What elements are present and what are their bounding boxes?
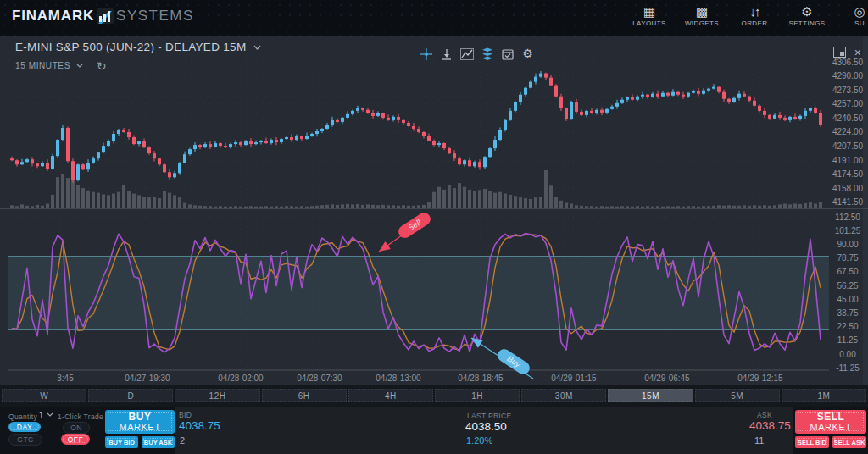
nav-su[interactable]: ◎SU [839, 4, 868, 27]
timeframe-button-5m[interactable]: 5M [695, 389, 780, 402]
nav-label: LAYOUTS [629, 19, 670, 27]
volume-bar [305, 207, 309, 208]
candle-body [397, 117, 400, 120]
volume-bar [478, 190, 481, 208]
calendar-icon[interactable] [500, 47, 515, 61]
candle-body [142, 141, 146, 147]
sell-ask-button[interactable]: SELL ASK [832, 436, 866, 448]
volume-bar [356, 204, 359, 208]
timeframe-button-6h[interactable]: 6H [262, 389, 347, 402]
candle-body [732, 98, 736, 102]
chevron-down-icon[interactable] [253, 45, 261, 50]
crosshair-icon[interactable] [419, 47, 433, 61]
candle-body [234, 142, 237, 144]
order-icon: ↓↑ [734, 4, 775, 19]
oscillator-axis-label: 112.50 [835, 213, 860, 222]
interval-selector[interactable]: 15 MINUTES [15, 61, 70, 70]
volume-bar [458, 183, 461, 208]
buy-ask-button[interactable]: BUY ASK [142, 436, 175, 448]
tif-gtc-toggle[interactable]: GTC [8, 434, 42, 446]
volume-bar [137, 195, 141, 208]
timeframe-button-30m[interactable]: 30M [521, 389, 606, 402]
close-icon[interactable]: × [854, 47, 861, 58]
volume-bar [117, 192, 120, 208]
gear-icon[interactable]: ⚙ [520, 47, 535, 61]
brand-logo-icon [97, 8, 114, 24]
chart-window-controls: × [832, 45, 861, 59]
volume-bar [249, 206, 253, 208]
volume-bar [809, 202, 812, 208]
chevron-down-icon[interactable] [76, 64, 84, 69]
one-click-off-toggle[interactable]: OFF [61, 434, 90, 445]
timeframe-button-15m[interactable]: 15M [608, 389, 693, 402]
timeframe-button-12h[interactable]: 12H [175, 389, 259, 402]
buy-market-button[interactable]: BUY MARKET [105, 410, 175, 434]
candle-body [793, 117, 797, 119]
candle-body [442, 143, 446, 148]
time-axis-label: 04/28-18:45 [458, 374, 504, 383]
volume-bar [570, 203, 573, 208]
nav-layouts[interactable]: ▦LAYOUTS [629, 4, 670, 27]
volume-bar [412, 206, 415, 208]
candle-body [295, 136, 298, 140]
volume-bar [371, 205, 375, 208]
depth-icon[interactable] [439, 47, 453, 61]
volume-bar [153, 197, 156, 208]
volume-bar [763, 205, 766, 208]
nav-order[interactable]: ↓↑ORDER [734, 4, 775, 27]
line-chart-icon[interactable] [459, 47, 474, 61]
candle-body [407, 123, 410, 126]
candle-body [264, 141, 268, 143]
volume-bar [107, 195, 110, 208]
price-chart-canvas[interactable]: 4306.504290.004273.504257.004240.504224.… [0, 36, 868, 385]
candle-body [305, 136, 309, 139]
buy-bid-button[interactable]: BUY BID [105, 436, 138, 448]
candle-body [285, 137, 288, 139]
candle-body [163, 164, 166, 172]
candle-body [300, 136, 303, 139]
candle-body [270, 140, 273, 143]
candle-body [183, 154, 186, 163]
top-nav: ▦LAYOUTS▩WIDGETS↓↑ORDER⚙SETTINGS◎SU [629, 4, 868, 27]
candle-body [412, 126, 415, 129]
candle-body [788, 117, 792, 120]
time-axis-label: 04/29-12:15 [737, 374, 783, 383]
volume-bar [671, 207, 675, 208]
nav-settings[interactable]: ⚙SETTINGS [787, 4, 827, 27]
timeframe-button-w[interactable]: W [2, 389, 86, 402]
candle-body [336, 120, 339, 122]
one-click-on-toggle[interactable]: ON [63, 422, 90, 434]
candle-body [544, 74, 548, 78]
volume-bar [97, 193, 100, 208]
quantity-stepper[interactable]: 1 [39, 411, 44, 420]
volume-bar [402, 205, 405, 208]
candle-body [753, 101, 756, 106]
sell-market-button[interactable]: SELL MARKET [795, 410, 866, 434]
chevron-down-icon[interactable] [47, 412, 53, 417]
timeframe-button-1m[interactable]: 1M [782, 389, 866, 402]
volume-bar [158, 198, 161, 208]
candle-body [565, 108, 568, 119]
sell-bid-button[interactable]: SELL BID [795, 436, 829, 448]
tif-day-toggle[interactable]: DAY [8, 422, 41, 432]
candle-body [432, 141, 436, 145]
volume-bar [387, 205, 390, 208]
buy-market-line1: BUY [129, 412, 152, 422]
candle-body [554, 86, 558, 97]
volume-bar [753, 205, 756, 208]
brand-logo[interactable]: FINAMARK SYSTEMS [12, 8, 194, 25]
candle-body [331, 120, 334, 125]
timeframe-button-d[interactable]: D [88, 389, 173, 402]
timeframe-button-1h[interactable]: 1H [435, 389, 520, 402]
time-axis-label: 04/28-13:00 [376, 374, 421, 383]
candle-body [737, 94, 741, 98]
candle-body [112, 134, 115, 141]
nav-widgets[interactable]: ▩WIDGETS [682, 4, 722, 27]
layers-icon[interactable] [480, 47, 494, 61]
volume-bar [290, 206, 293, 208]
timeframe-button-4h[interactable]: 4H [348, 389, 433, 402]
volume-bar [20, 204, 24, 208]
candle-body [631, 97, 634, 100]
panel-icon[interactable] [832, 45, 847, 59]
refresh-icon[interactable]: ↻ [97, 62, 107, 70]
